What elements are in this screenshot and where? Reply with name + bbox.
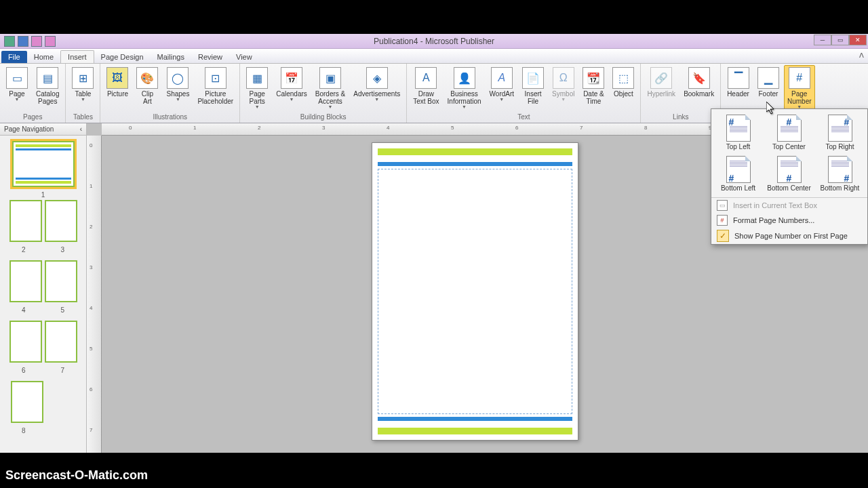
group-links-label: Links (644, 113, 717, 121)
pn-label: Top Left (726, 143, 751, 150)
date-time-button[interactable]: 📆Date & Time (579, 65, 608, 107)
undo-icon[interactable] (31, 36, 42, 47)
header-icon: ▔ (728, 67, 749, 89)
picture-icon: 🖼 (106, 67, 128, 89)
picture-placeholder-button[interactable]: ⊡Picture Placeholder (194, 65, 237, 107)
page-number-dropdown: #Top Left#Top Center#Top Right#Bottom Le… (711, 108, 868, 245)
shapes-icon: ◯ (167, 67, 189, 89)
table-button[interactable]: ⊞Table▼ (68, 65, 97, 104)
calendars-button[interactable]: 📅Calendars▼ (273, 65, 311, 104)
format-small-icon: # (717, 215, 728, 226)
pn-label: Bottom Center (767, 184, 810, 192)
ads-icon: ◈ (366, 67, 388, 89)
symbol-icon: Ω (553, 67, 574, 89)
page-number-br[interactable]: #Bottom Right (814, 153, 865, 195)
page-number-tr[interactable]: #Top Right (814, 112, 865, 153)
page-number-tl[interactable]: #Top Left (713, 112, 764, 153)
table-icon: ⊞ (72, 67, 94, 89)
page-thumb-2[interactable] (9, 200, 42, 242)
text-box-icon: A (415, 67, 437, 89)
insert-current-text-box-item: ▭ Insert in Current Text Box (711, 198, 867, 213)
page-thumb-6[interactable] (9, 321, 42, 363)
page-canvas[interactable] (372, 142, 578, 441)
show-page-number-first-page-item[interactable]: ✓ Show Page Number on First Page (711, 228, 867, 244)
group-pages-label: Pages (3, 113, 62, 121)
date-time-icon: 📆 (583, 67, 604, 89)
symbol-button[interactable]: ΩSymbol▼ (549, 65, 578, 104)
tab-mailings[interactable]: Mailings (151, 51, 191, 63)
page-number-button[interactable]: #Page Number▼ (784, 65, 815, 111)
page-thumb-4[interactable] (9, 260, 42, 302)
check-icon: ✓ (717, 230, 729, 242)
thumb-label-3: 3 (60, 246, 64, 253)
picture-button[interactable]: 🖼Picture (103, 65, 132, 100)
hyperlink-icon: 🔗 (650, 67, 672, 89)
nav-collapse-icon[interactable]: ‹ (80, 125, 82, 133)
object-button[interactable]: ⬚Object (609, 65, 637, 100)
tab-page-design[interactable]: Page Design (94, 51, 151, 63)
page-button[interactable]: ▭Page▼ (3, 65, 31, 104)
page-parts-icon: ▦ (246, 67, 268, 89)
ribbon-collapse-icon[interactable]: ᐱ (859, 52, 864, 59)
object-icon: ⬚ (612, 67, 634, 89)
insert-file-button[interactable]: 📄Insert File (519, 65, 547, 107)
page-thumb-1[interactable] (12, 141, 75, 187)
redo-icon[interactable] (45, 36, 56, 47)
borders-accents-button[interactable]: ▣Borders & Accents▼ (312, 65, 349, 111)
draw-text-box-button[interactable]: ADraw Text Box (410, 65, 442, 107)
tab-review[interactable]: Review (191, 51, 229, 63)
maximize-button[interactable]: ▭ (831, 35, 849, 45)
ribbon-tabs: File Home Insert Page Design Mailings Re… (0, 49, 868, 64)
page-number-bc[interactable]: #Bottom Center (764, 153, 814, 195)
tab-view[interactable]: View (229, 51, 259, 63)
group-building-blocks-label: Building Blocks (243, 113, 403, 121)
page-number-bl[interactable]: #Bottom Left (713, 153, 764, 195)
page-margin-guide (378, 169, 572, 414)
bottom-lime-stripe (378, 428, 572, 434)
pn-label: Top Right (825, 143, 854, 150)
advertisements-button[interactable]: ◈Advertisements▼ (350, 65, 403, 104)
clip-art-button[interactable]: 🎨Clip Art (133, 65, 161, 107)
catalog-pages-button[interactable]: ▤Catalog Pages (33, 65, 62, 107)
page-thumb-3[interactable] (45, 200, 77, 242)
calendar-icon: 📅 (281, 67, 302, 89)
app-icon (4, 36, 15, 47)
tab-insert[interactable]: Insert (60, 50, 94, 63)
shapes-button[interactable]: ◯Shapes▼ (163, 65, 193, 104)
format-page-numbers-item[interactable]: # Format Page Numbers... (711, 213, 867, 228)
vertical-ruler: 01234567 (87, 136, 102, 453)
thumb-label-5: 5 (60, 306, 64, 314)
bookmark-button[interactable]: 🔖Bookmark (680, 65, 717, 100)
thumb-label-6: 6 (22, 367, 26, 374)
save-icon[interactable] (18, 36, 28, 47)
wordart-button[interactable]: AWordArt▼ (486, 65, 518, 104)
pn-label: Bottom Right (821, 184, 860, 192)
hyperlink-button[interactable]: 🔗Hyperlink (644, 65, 679, 100)
page-thumb-5[interactable] (45, 260, 77, 302)
tab-file[interactable]: File (1, 51, 27, 63)
thumb-label-1: 1 (4, 191, 82, 199)
close-button[interactable]: ✕ (849, 35, 867, 45)
header-button[interactable]: ▔Header (724, 65, 753, 100)
wordart-icon: A (491, 67, 513, 89)
page-thumb-7[interactable] (45, 321, 77, 363)
footer-icon: ▁ (757, 67, 779, 89)
group-illustrations-label: Illustrations (103, 113, 237, 121)
minimize-button[interactable]: ─ (814, 35, 831, 45)
clip-art-icon: 🎨 (136, 67, 158, 89)
page-number-tc[interactable]: #Top Center (764, 112, 814, 153)
page-parts-button[interactable]: ▦Page Parts▼ (243, 65, 271, 111)
insert-file-icon: 📄 (522, 67, 544, 89)
business-info-button[interactable]: 👤Business Information▼ (444, 65, 485, 111)
group-tables-label: Tables (68, 113, 97, 121)
text-box-small-icon: ▭ (717, 200, 728, 211)
page-number-icon: # (789, 67, 810, 89)
tab-home[interactable]: Home (27, 51, 60, 63)
titlebar: Publication4 - Microsoft Publisher ─ ▭ ✕ (0, 34, 868, 49)
group-text-label: Text (410, 113, 637, 121)
page-thumb-8[interactable] (11, 381, 43, 423)
borders-icon: ▣ (319, 67, 341, 89)
footer-button[interactable]: ▁Footer (754, 65, 783, 100)
bookmark-icon: 🔖 (688, 67, 710, 89)
placeholder-icon: ⊡ (205, 67, 226, 89)
